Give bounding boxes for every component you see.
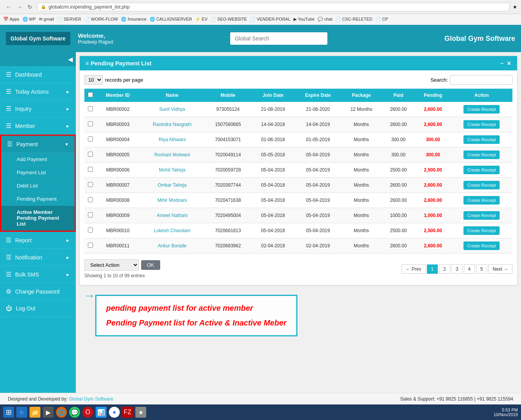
create-receipt-button[interactable]: Create Receipt	[463, 150, 500, 159]
opera-icon[interactable]: O	[82, 407, 93, 418]
refresh-button[interactable]: ↻	[26, 3, 34, 11]
bookmark-wp[interactable]: 🌐 WP	[23, 17, 36, 22]
sidebar-item-change-password[interactable]: ⚙ Change Password	[0, 283, 76, 300]
create-receipt-button[interactable]: Create Receipt	[463, 211, 500, 220]
minimize-icon[interactable]: −	[500, 60, 504, 66]
row-action[interactable]: Create Receipt	[451, 208, 512, 223]
submenu-pending-payment[interactable]: Pending Payment	[1, 192, 75, 206]
chart-icon[interactable]: 📊	[96, 407, 107, 418]
row-name[interactable]: Ravindra Navgrahi	[140, 117, 205, 132]
bookmark-vender[interactable]: 📄 VENDER-PORAL	[250, 17, 290, 22]
prev-button[interactable]: ← Prev	[402, 264, 426, 274]
select-all-checkbox[interactable]	[88, 92, 93, 97]
row-action[interactable]: Create Receipt	[451, 147, 512, 163]
row-action[interactable]: Create Receipt	[451, 102, 512, 117]
row-checkbox[interactable]	[84, 208, 96, 223]
row-checkbox[interactable]	[84, 178, 96, 193]
page-1-button[interactable]: 1	[427, 264, 438, 274]
row-name[interactable]: Ankur Borade	[140, 238, 205, 254]
sidebar-item-report[interactable]: ☰ Report ►	[0, 232, 76, 249]
row-checkbox[interactable]	[84, 102, 96, 117]
submenu-active-member-pending[interactable]: Active Member Pending Payment List	[1, 206, 75, 231]
row-checkbox[interactable]	[84, 117, 96, 132]
start-button[interactable]: ⊞	[3, 407, 14, 418]
star-icon[interactable]: ★	[513, 4, 517, 10]
sidebar-toggle[interactable]: ◀	[0, 52, 76, 66]
create-receipt-button[interactable]: Create Receipt	[463, 196, 500, 205]
row-name[interactable]: Ameet Nathani	[140, 208, 205, 223]
per-page-select[interactable]: 10 25 50	[84, 75, 103, 85]
page-5-button[interactable]: 5	[476, 264, 487, 274]
bookmark-apps[interactable]: 📅 Apps	[3, 17, 19, 22]
submenu-add-payment[interactable]: Add Payment	[1, 153, 75, 166]
bookmark-workflow[interactable]: 📄 WORK-FLOW	[84, 17, 118, 22]
create-receipt-button[interactable]: Create Receipt	[463, 181, 500, 189]
submenu-debit-list[interactable]: Debit List	[1, 179, 75, 192]
row-checkbox[interactable]	[84, 147, 96, 163]
bookmark-youtube[interactable]: ▶ YouTube	[294, 17, 315, 22]
row-action[interactable]: Create Receipt	[451, 178, 512, 193]
create-receipt-button[interactable]: Create Receipt	[463, 135, 500, 144]
table-search-input[interactable]	[450, 75, 512, 85]
filezilla-icon[interactable]: FZ	[122, 407, 133, 418]
row-name[interactable]: Lokesh Chandani	[140, 223, 205, 238]
footer-brand-link[interactable]: Global Gym Software	[69, 396, 113, 402]
row-action[interactable]: Create Receipt	[451, 117, 512, 132]
row-checkbox[interactable]	[84, 132, 96, 147]
create-receipt-button[interactable]: Create Receipt	[463, 120, 500, 129]
row-action[interactable]: Create Receipt	[451, 132, 512, 147]
create-receipt-button[interactable]: Create Receipt	[463, 105, 500, 114]
bulk-action-select[interactable]: Select Action	[84, 259, 139, 271]
sidebar-item-dashboard[interactable]: ☰ Dashboard	[0, 66, 76, 83]
forward-button[interactable]: →	[15, 3, 24, 11]
ie-icon[interactable]: e	[16, 407, 27, 418]
row-name[interactable]: Roshani Motwani	[140, 147, 205, 163]
sidebar-item-logout[interactable]: ⏻ Log Out	[0, 300, 76, 317]
bookmark-seo[interactable]: 📄 SEO-WEBSITE	[211, 17, 247, 22]
firefox-icon[interactable]: 🌐	[56, 407, 67, 418]
bookmark-server[interactable]: 📄 SERVER	[57, 17, 81, 22]
back-button[interactable]: ←	[4, 3, 13, 11]
row-action[interactable]: Create Receipt	[451, 193, 512, 208]
bookmark-ev[interactable]: ⚡ EV	[195, 17, 208, 22]
row-name[interactable]: Riya Athwani	[140, 132, 205, 147]
sidebar-item-today-actions[interactable]: ☰ Today Actions ►	[0, 83, 76, 100]
row-action[interactable]: Create Receipt	[451, 163, 512, 178]
bookmark-chat[interactable]: 💬 chat	[318, 17, 332, 22]
row-name[interactable]: Mihir Modnani	[140, 193, 205, 208]
row-checkbox[interactable]	[84, 238, 96, 254]
page-4-button[interactable]: 4	[464, 264, 475, 274]
row-action[interactable]: Create Receipt	[451, 223, 512, 238]
folder-icon[interactable]: 📁	[30, 407, 40, 418]
close-icon[interactable]: ✕	[507, 60, 511, 66]
sidebar-item-payment[interactable]: ☰ Payment ▼	[1, 136, 75, 153]
bookmark-csc[interactable]: 📄 CSC-RELETED	[336, 17, 372, 22]
create-receipt-button[interactable]: Create Receipt	[463, 226, 500, 235]
row-name[interactable]: Sunil Vidhya	[140, 102, 205, 117]
address-bar[interactable]: 🔒 globalcrm.in/pending_payment_list.php	[37, 3, 510, 11]
media-icon[interactable]: ▶	[43, 407, 54, 418]
page-2-button[interactable]: 2	[439, 264, 450, 274]
row-action[interactable]: Create Receipt	[451, 238, 512, 254]
row-checkbox[interactable]	[84, 163, 96, 178]
row-checkbox[interactable]	[84, 193, 96, 208]
bookmark-callign[interactable]: 🌐 CALLIGNSERVER	[150, 17, 192, 22]
star-taskbar-icon[interactable]: ★	[135, 407, 146, 418]
global-search-input[interactable]	[230, 32, 327, 45]
bookmark-insurance[interactable]: 🌐 Insurance	[121, 17, 146, 22]
create-receipt-button[interactable]: Create Receipt	[463, 166, 500, 174]
create-receipt-button[interactable]: Create Receipt	[463, 242, 500, 250]
bookmark-cp[interactable]: 📄 CP	[376, 17, 388, 22]
sidebar-item-inquiry[interactable]: ☰ Inquiry ►	[0, 100, 76, 117]
chrome-icon[interactable]: ●	[109, 407, 120, 418]
row-name[interactable]: Mohit Talreja	[140, 163, 205, 178]
whatsapp-icon[interactable]: 💬	[69, 407, 80, 418]
page-3-button[interactable]: 3	[451, 264, 463, 274]
sidebar-item-notification[interactable]: ☰ Notification ►	[0, 249, 76, 266]
sidebar-item-bulk-sms[interactable]: ☰ Bulk SMS ►	[0, 266, 76, 283]
browser-nav[interactable]: ← → ↻	[4, 3, 34, 11]
next-button[interactable]: Next →	[488, 264, 512, 274]
row-checkbox[interactable]	[84, 223, 96, 238]
bookmark-gmail[interactable]: ✉ gmail	[39, 17, 54, 22]
ok-button[interactable]: OK	[141, 260, 160, 270]
